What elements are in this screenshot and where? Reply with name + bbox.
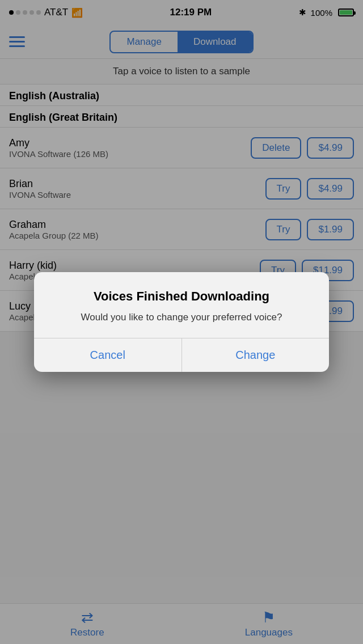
alert-content: Voices Finished Downloading Would you li…: [34, 272, 329, 338]
alert-dialog: Voices Finished Downloading Would you li…: [34, 272, 329, 372]
cancel-button[interactable]: Cancel: [34, 338, 182, 372]
dialog-overlay: Voices Finished Downloading Would you li…: [0, 0, 363, 644]
alert-buttons: Cancel Change: [34, 338, 329, 372]
alert-title: Voices Finished Downloading: [50, 289, 313, 304]
change-button[interactable]: Change: [182, 338, 330, 372]
alert-message: Would you like to change your preferred …: [50, 311, 313, 324]
